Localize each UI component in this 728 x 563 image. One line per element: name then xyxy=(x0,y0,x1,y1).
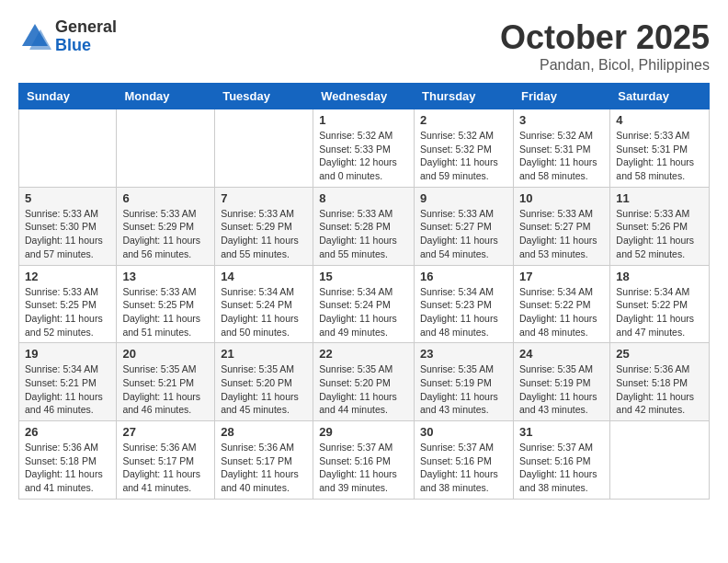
calendar-cell: 2Sunrise: 5:32 AMSunset: 5:32 PMDaylight… xyxy=(415,109,514,188)
day-number: 27 xyxy=(122,425,209,439)
calendar-cell: 15Sunrise: 5:34 AMSunset: 5:24 PMDayligh… xyxy=(313,265,415,343)
calendar-week-3: 12Sunrise: 5:33 AMSunset: 5:25 PMDayligh… xyxy=(19,265,710,343)
calendar-week-2: 5Sunrise: 5:33 AMSunset: 5:30 PMDaylight… xyxy=(19,187,710,265)
day-info: Sunrise: 5:32 AMSunset: 5:32 PMDaylight:… xyxy=(420,129,507,183)
day-info: Sunrise: 5:33 AMSunset: 5:28 PMDaylight:… xyxy=(319,207,408,261)
day-info: Sunrise: 5:36 AMSunset: 5:18 PMDaylight:… xyxy=(616,362,703,417)
day-info: Sunrise: 5:34 AMSunset: 5:23 PMDaylight:… xyxy=(420,285,507,339)
header-thursday: Thursday xyxy=(415,84,514,109)
day-number: 16 xyxy=(420,270,507,283)
calendar-cell xyxy=(19,109,117,188)
day-number: 20 xyxy=(122,347,209,361)
day-number: 7 xyxy=(221,191,307,205)
calendar-cell: 12Sunrise: 5:33 AMSunset: 5:25 PMDayligh… xyxy=(19,265,117,343)
calendar-cell: 30Sunrise: 5:37 AMSunset: 5:16 PMDayligh… xyxy=(415,421,514,500)
calendar-cell: 28Sunrise: 5:36 AMSunset: 5:17 PMDayligh… xyxy=(215,421,313,500)
calendar-cell: 6Sunrise: 5:33 AMSunset: 5:29 PMDaylight… xyxy=(117,187,215,265)
day-info: Sunrise: 5:35 AMSunset: 5:20 PMDaylight:… xyxy=(319,362,408,417)
calendar-cell: 14Sunrise: 5:34 AMSunset: 5:24 PMDayligh… xyxy=(215,265,313,343)
calendar-body: 1Sunrise: 5:32 AMSunset: 5:33 PMDaylight… xyxy=(19,109,710,500)
calendar-week-4: 19Sunrise: 5:34 AMSunset: 5:21 PMDayligh… xyxy=(19,343,710,421)
day-info: Sunrise: 5:36 AMSunset: 5:18 PMDaylight:… xyxy=(25,441,110,495)
day-info: Sunrise: 5:32 AMSunset: 5:31 PMDaylight:… xyxy=(519,129,604,183)
day-number: 28 xyxy=(221,425,307,439)
calendar-cell: 3Sunrise: 5:32 AMSunset: 5:31 PMDaylight… xyxy=(513,109,609,188)
logo-blue: Blue xyxy=(55,37,117,55)
header-sunday: Sunday xyxy=(19,84,117,109)
day-info: Sunrise: 5:35 AMSunset: 5:20 PMDaylight:… xyxy=(221,362,307,417)
calendar-cell: 25Sunrise: 5:36 AMSunset: 5:18 PMDayligh… xyxy=(610,343,710,421)
calendar-week-5: 26Sunrise: 5:36 AMSunset: 5:18 PMDayligh… xyxy=(19,421,710,500)
day-number: 21 xyxy=(221,347,307,361)
day-number: 31 xyxy=(519,425,604,439)
calendar-header: Sunday Monday Tuesday Wednesday Thursday… xyxy=(19,84,710,109)
day-info: Sunrise: 5:33 AMSunset: 5:25 PMDaylight:… xyxy=(122,285,209,339)
day-info: Sunrise: 5:36 AMSunset: 5:17 PMDaylight:… xyxy=(122,441,209,495)
calendar-cell: 13Sunrise: 5:33 AMSunset: 5:25 PMDayligh… xyxy=(117,265,215,343)
calendar-cell: 23Sunrise: 5:35 AMSunset: 5:19 PMDayligh… xyxy=(415,343,514,421)
header-wednesday: Wednesday xyxy=(313,84,415,109)
calendar-cell: 10Sunrise: 5:33 AMSunset: 5:27 PMDayligh… xyxy=(513,187,609,265)
calendar-cell: 19Sunrise: 5:34 AMSunset: 5:21 PMDayligh… xyxy=(19,343,117,421)
day-number: 30 xyxy=(420,425,507,439)
calendar-cell: 18Sunrise: 5:34 AMSunset: 5:22 PMDayligh… xyxy=(610,265,710,343)
day-info: Sunrise: 5:32 AMSunset: 5:33 PMDaylight:… xyxy=(319,129,408,183)
day-number: 17 xyxy=(519,270,604,283)
day-info: Sunrise: 5:33 AMSunset: 5:30 PMDaylight:… xyxy=(25,207,110,261)
logo: General Blue xyxy=(18,18,117,55)
day-number: 25 xyxy=(616,347,703,361)
day-number: 10 xyxy=(519,191,604,205)
day-number: 13 xyxy=(122,270,209,283)
day-info: Sunrise: 5:33 AMSunset: 5:25 PMDaylight:… xyxy=(25,285,110,339)
day-info: Sunrise: 5:34 AMSunset: 5:21 PMDaylight:… xyxy=(25,362,110,417)
day-number: 4 xyxy=(616,113,703,127)
subtitle: Pandan, Bicol, Philippines xyxy=(500,57,710,74)
calendar-cell: 11Sunrise: 5:33 AMSunset: 5:26 PMDayligh… xyxy=(610,187,710,265)
day-info: Sunrise: 5:34 AMSunset: 5:24 PMDaylight:… xyxy=(319,285,408,339)
day-info: Sunrise: 5:35 AMSunset: 5:19 PMDaylight:… xyxy=(519,362,604,417)
day-info: Sunrise: 5:33 AMSunset: 5:27 PMDaylight:… xyxy=(420,207,507,261)
day-number: 18 xyxy=(616,270,703,283)
day-info: Sunrise: 5:34 AMSunset: 5:22 PMDaylight:… xyxy=(616,285,703,339)
day-info: Sunrise: 5:37 AMSunset: 5:16 PMDaylight:… xyxy=(519,441,604,495)
day-number: 15 xyxy=(319,270,408,283)
day-number: 23 xyxy=(420,347,507,361)
calendar-cell: 27Sunrise: 5:36 AMSunset: 5:17 PMDayligh… xyxy=(117,421,215,500)
day-info: Sunrise: 5:35 AMSunset: 5:19 PMDaylight:… xyxy=(420,362,507,417)
day-number: 1 xyxy=(319,113,408,127)
header-tuesday: Tuesday xyxy=(215,84,313,109)
day-number: 6 xyxy=(122,191,209,205)
day-info: Sunrise: 5:34 AMSunset: 5:24 PMDaylight:… xyxy=(221,285,307,339)
calendar-cell: 21Sunrise: 5:35 AMSunset: 5:20 PMDayligh… xyxy=(215,343,313,421)
calendar-cell xyxy=(610,421,710,500)
day-number: 24 xyxy=(519,347,604,361)
calendar-cell: 22Sunrise: 5:35 AMSunset: 5:20 PMDayligh… xyxy=(313,343,415,421)
day-number: 9 xyxy=(420,191,507,205)
day-info: Sunrise: 5:33 AMSunset: 5:27 PMDaylight:… xyxy=(519,207,604,261)
calendar-week-1: 1Sunrise: 5:32 AMSunset: 5:33 PMDaylight… xyxy=(19,109,710,188)
calendar-cell: 29Sunrise: 5:37 AMSunset: 5:16 PMDayligh… xyxy=(313,421,415,500)
calendar-cell: 7Sunrise: 5:33 AMSunset: 5:29 PMDaylight… xyxy=(215,187,313,265)
calendar-cell: 5Sunrise: 5:33 AMSunset: 5:30 PMDaylight… xyxy=(19,187,117,265)
day-info: Sunrise: 5:37 AMSunset: 5:16 PMDaylight:… xyxy=(319,441,408,495)
calendar-cell xyxy=(215,109,313,188)
day-number: 8 xyxy=(319,191,408,205)
day-info: Sunrise: 5:36 AMSunset: 5:17 PMDaylight:… xyxy=(221,441,307,495)
header-row: Sunday Monday Tuesday Wednesday Thursday… xyxy=(19,84,710,109)
calendar-cell: 16Sunrise: 5:34 AMSunset: 5:23 PMDayligh… xyxy=(415,265,514,343)
title-area: October 2025 Pandan, Bicol, Philippines xyxy=(500,18,710,74)
day-info: Sunrise: 5:37 AMSunset: 5:16 PMDaylight:… xyxy=(420,441,507,495)
day-number: 5 xyxy=(25,191,110,205)
header-saturday: Saturday xyxy=(610,84,710,109)
header-friday: Friday xyxy=(513,84,609,109)
calendar-cell: 20Sunrise: 5:35 AMSunset: 5:21 PMDayligh… xyxy=(117,343,215,421)
day-info: Sunrise: 5:33 AMSunset: 5:29 PMDaylight:… xyxy=(221,207,307,261)
month-title: October 2025 xyxy=(500,18,710,57)
day-info: Sunrise: 5:35 AMSunset: 5:21 PMDaylight:… xyxy=(122,362,209,417)
calendar-cell: 17Sunrise: 5:34 AMSunset: 5:22 PMDayligh… xyxy=(513,265,609,343)
day-number: 2 xyxy=(420,113,507,127)
calendar-cell: 8Sunrise: 5:33 AMSunset: 5:28 PMDaylight… xyxy=(313,187,415,265)
calendar-cell: 24Sunrise: 5:35 AMSunset: 5:19 PMDayligh… xyxy=(513,343,609,421)
day-number: 11 xyxy=(616,191,703,205)
calendar-cell: 4Sunrise: 5:33 AMSunset: 5:31 PMDaylight… xyxy=(610,109,710,188)
